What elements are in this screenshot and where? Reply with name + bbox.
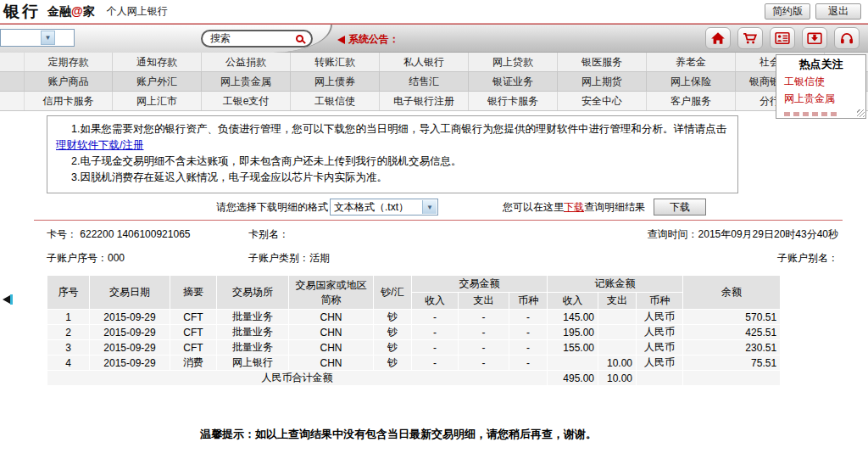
- menu-item[interactable]: 定期存款: [24, 53, 113, 71]
- brand-logo-text: 金融@家: [47, 4, 95, 20]
- subaccount-alias: 子账户别名：: [777, 251, 838, 266]
- cell-cash: 钞: [374, 355, 412, 371]
- menu-item[interactable]: 网上汇市: [113, 92, 202, 110]
- menu-item[interactable]: 网上债券: [291, 72, 380, 91]
- notice-line-1: 1.如果您需要对您的银行资产、负债进行管理，您可以下载您的当日明细，导入工商银行…: [56, 121, 729, 154]
- col-book-income: 收入: [548, 293, 598, 310]
- chevron-down-icon[interactable]: ▼: [41, 31, 55, 45]
- card-alias: 卡别名：: [248, 227, 648, 242]
- inbox-download-icon: [807, 31, 822, 45]
- menu-item[interactable]: 账户外汇: [113, 72, 202, 91]
- col-txn-expense: 支出: [459, 293, 509, 310]
- table-row: 4 2015-09-29 消费 网上银行 CHN 钞 - - - 10.00 人…: [47, 355, 781, 371]
- cell-country: CHN: [289, 340, 374, 355]
- logout-button[interactable]: 退出: [815, 3, 861, 20]
- hot-link[interactable]: 工银信使: [776, 72, 865, 89]
- download-hint-pre: 您可以在这里: [503, 200, 564, 215]
- search-placeholder: 搜索: [210, 31, 231, 46]
- cell-book-currency: 人民币: [637, 340, 683, 355]
- download-format-select[interactable]: 文本格式（.txt） ▼: [330, 199, 438, 216]
- collapse-bar: [10, 294, 13, 305]
- menu-item[interactable]: 网上贵金属: [202, 72, 291, 91]
- notice-line-2: 2.电子现金交易明细不含未达账项，即未包含商户还未上传到我行的脱机交易信息。: [56, 154, 729, 170]
- cell-cash: 钞: [374, 310, 412, 325]
- cell-txn-expense: -: [459, 355, 509, 371]
- cell-txn-currency: -: [509, 325, 548, 340]
- cell-balance: 230.51: [683, 340, 781, 355]
- col-place: 交易场所: [217, 276, 289, 310]
- menu-item[interactable]: 电子银行注册: [380, 92, 469, 110]
- cell-seq: 3: [47, 340, 90, 355]
- menu-item[interactable]: 网上保险: [647, 72, 736, 91]
- chevron-down-icon[interactable]: ▼: [422, 200, 437, 214]
- total-label: 人民币合计金额: [47, 371, 548, 386]
- inbox-button[interactable]: [802, 27, 827, 49]
- cell-summary: CFT: [170, 340, 217, 355]
- menu-item[interactable]: 银医服务: [558, 53, 647, 71]
- customer-service-button[interactable]: [834, 27, 860, 49]
- col-group-booked-amount: 记账金额: [548, 276, 683, 293]
- cell-date: 2015-09-29: [90, 325, 170, 340]
- finance-software-link[interactable]: 理财软件下载/注册: [56, 139, 143, 151]
- menu-item[interactable]: 养老金: [647, 53, 736, 71]
- menu-item[interactable]: 安全中心: [558, 92, 647, 110]
- menu-item[interactable]: 网上期货: [558, 72, 647, 91]
- menu-item[interactable]: 转账汇款: [291, 53, 380, 71]
- cell-seq: 1: [47, 310, 90, 325]
- at-mark: @: [71, 4, 83, 18]
- table-row: 1 2015-09-29 CFT 批量业务 CHN 钞 - - - 145.00…: [47, 310, 781, 325]
- search-input[interactable]: 搜索: [201, 30, 313, 48]
- quick-nav-select[interactable]: ▼: [0, 29, 75, 47]
- cell-txn-income: -: [412, 340, 459, 355]
- subaccount-type: 子账户类别：活期: [248, 251, 777, 266]
- menu-item[interactable]: 公益捐款: [202, 53, 291, 71]
- cell-txn-expense: -: [459, 310, 509, 325]
- top-header: 银行 金融@家 个人网上银行 简约版 退出: [0, 0, 868, 23]
- speaker-icon: [337, 36, 345, 44]
- contacts-button[interactable]: [770, 27, 795, 49]
- download-hint-link[interactable]: 下载: [564, 200, 584, 215]
- menu-item[interactable]: 结售汇: [380, 72, 469, 91]
- account-info-row-2: 子账户序号：000 子账户类别：活期 子账户别名：: [47, 249, 838, 266]
- menu-item[interactable]: 信用卡服务: [24, 92, 113, 110]
- resize-handle-icon[interactable]: [857, 109, 865, 117]
- simple-version-button[interactable]: 简约版: [765, 3, 810, 20]
- menu-row-1: 定期存款 通知存款 公益捐款 转账汇款 私人银行 网上贷款 银医服务 养老金 社…: [0, 53, 868, 72]
- menu-item[interactable]: 私人银行: [380, 53, 469, 71]
- system-notice-label: 系统公告：: [348, 32, 399, 47]
- menu-item[interactable]: 账户商品: [24, 72, 113, 91]
- cell-book-income: 145.00: [548, 310, 598, 325]
- menu-item[interactable]: 银证业务: [469, 72, 558, 91]
- menu-item[interactable]: 通知存款: [113, 53, 202, 71]
- hot-topics-panel: 热点关注 工银信使 网上贵金属: [776, 54, 866, 119]
- home-button[interactable]: [705, 27, 731, 49]
- menu-row-3: 信用卡服务 网上汇市 工银e支付 工银信使 电子银行注册 银行卡服务 安全中心 …: [0, 92, 868, 111]
- cell-country: CHN: [289, 325, 374, 340]
- col-txn-currency: 币种: [509, 293, 548, 310]
- cart-button[interactable]: [737, 27, 763, 49]
- sidebar-collapse-handle[interactable]: [3, 294, 13, 305]
- menu-item[interactable]: 网上贷款: [469, 53, 558, 71]
- cell-place: 批量业务: [217, 325, 289, 340]
- download-format-group: 请您选择下载明细的格式 文本格式（.txt） ▼: [216, 199, 438, 216]
- hot-link[interactable]: 网上贵金属: [776, 89, 865, 106]
- cell-txn-income: -: [412, 325, 459, 340]
- cell-summary: CFT: [170, 325, 217, 340]
- table-total-row: 人民币合计金额 495.00 10.00: [47, 371, 781, 386]
- cell-balance: 75.51: [683, 355, 781, 371]
- download-format-label: 请您选择下载明细的格式: [216, 200, 328, 215]
- cell-date: 2015-09-29: [90, 355, 170, 371]
- headset-icon: [839, 31, 854, 45]
- notice-box: 1.如果您需要对您的银行资产、负债进行管理，您可以下载您的当日明细，导入工商银行…: [47, 115, 738, 193]
- menu-item[interactable]: 银行卡服务: [469, 92, 558, 110]
- cell-country: CHN: [289, 355, 374, 371]
- warm-tip-text: 温馨提示：如以上查询结果中没有包含当日最新交易明细，请您稍后再查，谢谢。: [0, 427, 797, 442]
- download-button[interactable]: 下载: [654, 199, 706, 216]
- menu-item[interactable]: 工银e支付: [202, 92, 291, 110]
- cell-book-income: 195.00: [548, 325, 598, 340]
- col-summary: 摘要: [170, 276, 217, 310]
- menu-item[interactable]: 工银信使: [291, 92, 380, 110]
- menu-item[interactable]: 客户服务: [647, 92, 736, 110]
- search-icon[interactable]: [296, 35, 303, 42]
- subaccount-seq: 子账户序号：000: [47, 251, 248, 266]
